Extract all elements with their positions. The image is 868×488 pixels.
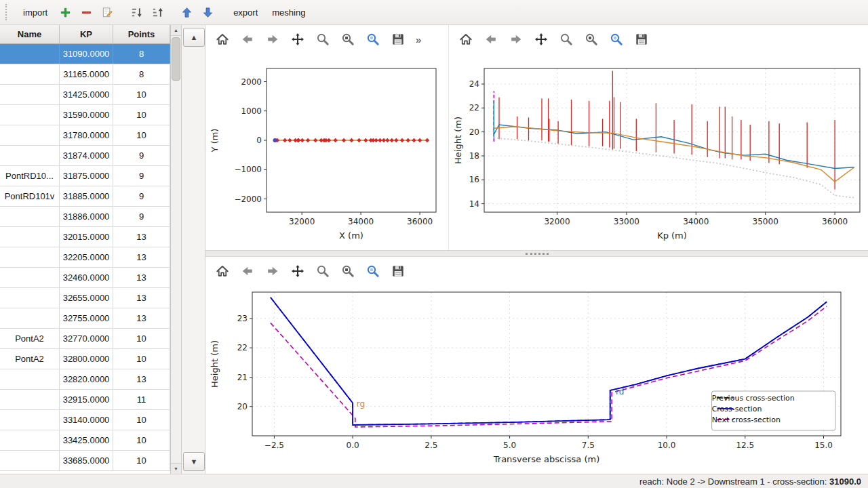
toolbar-grip[interactable]	[5, 4, 11, 20]
column-header-points[interactable]: Points	[113, 25, 170, 43]
column-header-name[interactable]: Name	[0, 25, 60, 43]
home-button[interactable]	[212, 29, 233, 49]
save-button[interactable]	[388, 29, 408, 49]
home-icon	[458, 32, 473, 47]
section-down-button[interactable]: ▼	[183, 452, 205, 471]
add-cross-section-button[interactable]	[56, 3, 75, 22]
back-button[interactable]	[481, 29, 501, 49]
pan-button[interactable]	[288, 29, 308, 49]
table-row[interactable]: 33140.000010	[0, 410, 170, 430]
subplots-button[interactable]	[338, 29, 358, 49]
move-down-button[interactable]	[198, 3, 217, 22]
svg-text:5.0: 5.0	[503, 441, 516, 450]
table-row[interactable]: PontRD10...31875.00009	[0, 166, 170, 186]
table-row[interactable]: 32205.000013	[0, 247, 170, 268]
save-button[interactable]	[631, 29, 652, 49]
status-text: reach: Node 2 -> Downstream 1 - cross-se…	[639, 476, 829, 487]
table-row[interactable]: 31590.000010	[0, 105, 170, 125]
section-up-button[interactable]: ▲	[183, 28, 205, 47]
sort-descending-button[interactable]	[127, 3, 146, 22]
sort-ascending-button[interactable]	[148, 3, 167, 22]
table-row[interactable]: 32015.000013	[0, 227, 170, 247]
table-row[interactable]: PontA232770.000010	[0, 329, 170, 349]
home-button[interactable]	[212, 261, 233, 281]
pan-button[interactable]	[288, 261, 308, 281]
save-button[interactable]	[388, 261, 408, 281]
table-row[interactable]: 32915.000011	[0, 390, 170, 410]
table-row[interactable]: 31425.000010	[0, 85, 170, 105]
edit-cross-section-button[interactable]	[98, 3, 117, 22]
cell-name	[0, 85, 60, 104]
longitudinal-profile-plot[interactable]: 3200033000340003500036000141618202224Kp …	[449, 54, 868, 250]
cell-name	[0, 288, 60, 308]
table-row[interactable]: 31886.00009	[0, 207, 170, 227]
pan-button[interactable]	[531, 29, 551, 49]
table-row[interactable]: 31165.00008	[0, 64, 170, 85]
svg-text:12.5: 12.5	[736, 441, 754, 450]
zoom-button[interactable]	[313, 29, 333, 49]
scroll-down-icon: ▼	[174, 466, 178, 471]
plan-view-plot[interactable]: 320003400036000−2000−1000010002000X (m)Y…	[205, 54, 448, 250]
zoom-button[interactable]	[556, 29, 576, 49]
status-bar: reach: Node 2 -> Downstream 1 - cross-se…	[0, 474, 868, 488]
main-content: Name KP Points 31090.0000831165.00008314…	[0, 25, 868, 474]
table-row[interactable]: 32820.000013	[0, 369, 170, 390]
scrollbar-down-button[interactable]: ▼	[171, 463, 181, 474]
table-row[interactable]: 31874.00009	[0, 146, 170, 166]
table-row[interactable]: 33425.000010	[0, 430, 170, 451]
edit-params-button[interactable]	[363, 29, 383, 49]
table-row[interactable]: 33685.000010	[0, 451, 170, 471]
table-row[interactable]: 32755.000013	[0, 308, 170, 329]
scrollbar-thumb[interactable]	[172, 37, 180, 81]
forward-button[interactable]	[506, 29, 526, 49]
move-up-button[interactable]	[177, 3, 196, 22]
back-button[interactable]	[237, 261, 258, 281]
cell-name	[0, 308, 60, 328]
forward-button[interactable]	[262, 29, 283, 49]
cross-section-list-panel: Name KP Points 31090.0000831165.00008314…	[0, 25, 205, 474]
cell-kp: 32755.0000	[60, 308, 113, 328]
cell-kp: 31874.0000	[60, 146, 113, 165]
subplots-button[interactable]	[581, 29, 601, 49]
cross-section-plot[interactable]: −2.50.02.55.07.510.012.515.020212223Tran…	[205, 285, 868, 474]
scrollbar-track[interactable]	[171, 36, 181, 463]
edit-params-button[interactable]	[363, 261, 383, 281]
cell-points: 10	[113, 430, 170, 450]
cell-kp: 32460.0000	[60, 268, 113, 287]
svg-text:36000: 36000	[407, 217, 433, 226]
import-button[interactable]: import	[17, 4, 54, 21]
table-scrollbar[interactable]: ▲ ▼	[171, 25, 182, 474]
svg-text:14: 14	[469, 199, 479, 209]
export-button[interactable]: export	[227, 4, 264, 21]
meshing-button[interactable]: meshing	[266, 4, 311, 21]
remove-cross-section-button[interactable]	[77, 3, 96, 22]
table-row[interactable]: PontRD101v31885.00009	[0, 186, 170, 207]
profile-plot-toolbar	[449, 25, 868, 54]
edit-params-button[interactable]	[606, 29, 627, 49]
cell-kp: 31590.0000	[60, 105, 113, 125]
scrollbar-up-button[interactable]: ▲	[171, 25, 181, 36]
back-button[interactable]	[237, 29, 258, 49]
cross-section-table-body: 31090.0000831165.0000831425.00001031590.…	[0, 44, 170, 474]
toolbar-overflow-chevron[interactable]: »	[416, 34, 421, 45]
svg-text:Cross-section: Cross-section	[712, 405, 762, 413]
horizontal-splitter[interactable]	[205, 250, 868, 257]
forward-button[interactable]	[262, 261, 283, 281]
cross-section-plot-toolbar	[205, 257, 868, 285]
table-row[interactable]: 32655.000013	[0, 288, 170, 308]
column-header-kp[interactable]: KP	[60, 25, 113, 43]
table-row[interactable]: 31090.00008	[0, 44, 170, 64]
svg-text:Kp (m): Kp (m)	[657, 230, 687, 241]
home-button[interactable]	[456, 29, 476, 49]
table-row[interactable]: PontA232800.000010	[0, 349, 170, 369]
pan-icon	[290, 32, 305, 47]
subplots-button[interactable]	[338, 261, 358, 281]
menubar: import export meshing	[0, 0, 868, 25]
cell-points: 10	[113, 451, 170, 470]
cross-section-table: Name KP Points 31090.0000831165.00008314…	[0, 25, 171, 474]
cell-points: 13	[113, 268, 170, 287]
zoom-button[interactable]	[313, 261, 333, 281]
plan-plot-toolbar: »	[205, 25, 448, 54]
table-row[interactable]: 31780.000010	[0, 125, 170, 146]
table-row[interactable]: 32460.000013	[0, 268, 170, 288]
